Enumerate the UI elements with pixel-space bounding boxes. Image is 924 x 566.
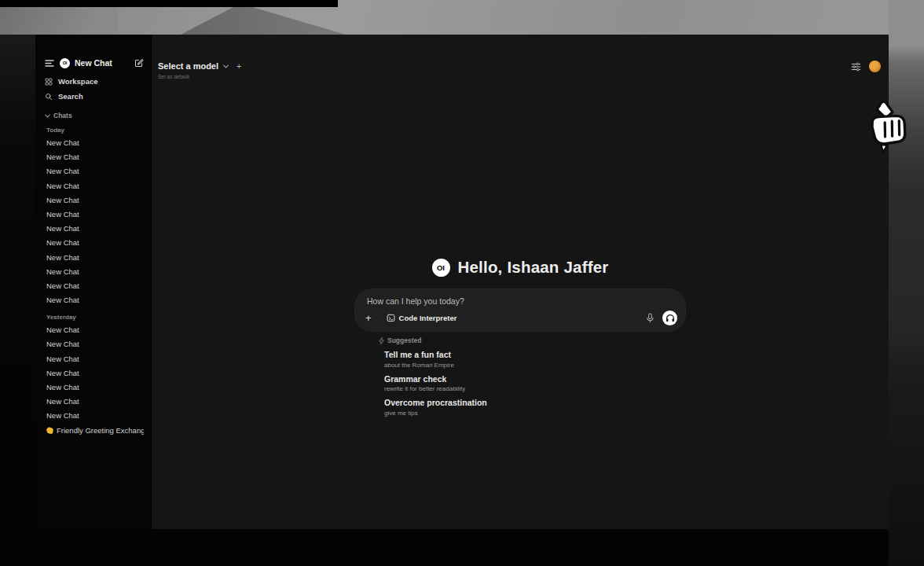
sidebar-toggle-icon[interactable]: [45, 59, 54, 67]
chat-label: New Chat: [46, 179, 79, 193]
sidebar: OI New Chat Workspace Search Chats Today…: [35, 35, 152, 529]
suggestion-item[interactable]: Overcome procrastinationgive me tips: [384, 398, 685, 417]
chat-label: New Chat: [46, 222, 79, 236]
chat-item[interactable]: New Chat: [45, 179, 144, 193]
suggestion-title: Grammar check: [384, 374, 685, 384]
sidebar-item-workspace[interactable]: Workspace: [45, 74, 144, 89]
suggestion-title: Tell me a fun fact: [384, 350, 685, 359]
code-interpreter-label: Code Interpreter: [399, 314, 457, 322]
chats-section-label: Chats: [53, 112, 72, 119]
chats-section-header[interactable]: Chats: [45, 110, 144, 121]
wallpaper-black-bar: [0, 0, 338, 7]
sidebar-item-label: Search: [58, 92, 83, 101]
suggestion-subtitle: rewrite it for better readability: [384, 385, 685, 392]
model-selector[interactable]: Select a model: [158, 61, 218, 71]
chat-label: Today: [46, 127, 64, 134]
code-interpreter-icon: [387, 314, 395, 322]
chevron-down-icon[interactable]: [223, 64, 229, 68]
suggested-header: Suggested: [355, 336, 685, 345]
chat-item[interactable]: New Chat: [45, 409, 144, 423]
set-as-default-button[interactable]: Set as default: [158, 74, 241, 79]
suggestion-subtitle: give me tips: [384, 410, 685, 417]
chat-item[interactable]: New Chat: [45, 222, 144, 236]
chat-label: New Chat: [46, 279, 79, 293]
voice-call-button[interactable]: [662, 311, 677, 325]
chat-item[interactable]: New Chat: [45, 150, 144, 164]
chat-item[interactable]: New Chat: [45, 236, 144, 250]
chat-label: New Chat: [46, 395, 79, 409]
suggestion-subtitle: about the Roman Empire: [384, 362, 685, 369]
chat-item[interactable]: New Chat: [45, 380, 144, 395]
suggestion-title: Overcome procrastination: [384, 398, 685, 407]
chat-label: New Chat: [46, 323, 79, 337]
chat-item[interactable]: New Chat: [45, 352, 144, 366]
chat-item[interactable]: New Chat: [45, 164, 144, 178]
suggested-label: Suggested: [387, 336, 421, 344]
chat-label: New Chat: [46, 337, 79, 351]
user-avatar[interactable]: [869, 61, 881, 72]
chat-label: New Chat: [46, 409, 79, 423]
chat-label: New Chat: [46, 208, 79, 222]
chat-label: New Chat: [46, 352, 79, 366]
chat-label: New Chat: [46, 164, 79, 178]
greeting-text: Hello, Ishaan Jaffer: [458, 258, 609, 277]
sidebar-item-label: Workspace: [58, 77, 98, 86]
wallpaper-right-band: [889, 0, 924, 566]
chat-item[interactable]: New Chat: [45, 193, 144, 208]
attach-plus-button[interactable]: +: [365, 313, 372, 323]
chat-item[interactable]: New Chat: [45, 395, 144, 409]
bolt-icon: [379, 337, 384, 344]
top-right-controls: [851, 61, 881, 72]
code-interpreter-toggle[interactable]: Code Interpreter: [387, 314, 457, 322]
chat-item[interactable]: Friendly Greeting Exchange: [45, 424, 144, 438]
suggestion-item[interactable]: Grammar checkrewrite it for better reada…: [384, 374, 685, 393]
sidebar-header: OI New Chat: [45, 57, 144, 69]
chat-list: TodayNew ChatNew ChatNew ChatNew ChatNew…: [45, 124, 144, 438]
chat-group-label: Today: [45, 124, 144, 136]
chat-item[interactable]: New Chat: [45, 251, 144, 265]
chat-label: New Chat: [46, 366, 79, 380]
chat-label: New Chat: [46, 251, 79, 265]
sidebar-title: New Chat: [75, 58, 134, 68]
chat-label: Friendly Greeting Exchange: [57, 424, 144, 438]
message-composer[interactable]: + Code Interpreter: [355, 289, 685, 331]
chat-item[interactable]: New Chat: [45, 293, 144, 307]
chat-label: New Chat: [46, 193, 79, 208]
chat-label: New Chat: [46, 265, 79, 279]
chat-label: New Chat: [46, 236, 79, 250]
chat-item[interactable]: New Chat: [45, 366, 144, 380]
chevron-down-icon: [45, 114, 50, 118]
chat-item[interactable]: New Chat: [45, 208, 144, 222]
greeting-row: OI Hello, Ishaan Jaffer: [432, 258, 609, 277]
search-icon: [45, 93, 53, 101]
message-input[interactable]: [367, 296, 603, 306]
sidebar-item-search[interactable]: Search: [45, 89, 144, 104]
app-window: OI New Chat Workspace Search Chats Today…: [35, 35, 889, 529]
chat-label: New Chat: [46, 150, 79, 164]
chat-item[interactable]: New Chat: [45, 279, 144, 293]
composer-toolbar: + Code Interpreter: [365, 311, 677, 325]
wallpaper-top-band: [0, 0, 924, 35]
headphones-icon: [666, 314, 675, 322]
chat-item[interactable]: New Chat: [45, 265, 144, 279]
controls-sliders-icon[interactable]: [851, 62, 861, 72]
main-area: Select a model + Set as default OI Hello…: [152, 35, 889, 529]
app-logo: OI: [432, 259, 450, 277]
add-model-button[interactable]: +: [236, 61, 241, 71]
chat-item[interactable]: New Chat: [45, 136, 144, 150]
hero-section: OI Hello, Ishaan Jaffer + Code Interpret…: [152, 258, 889, 417]
chat-item[interactable]: New Chat: [45, 337, 144, 351]
new-chat-icon[interactable]: [134, 58, 144, 68]
wallpaper-bottom-band: [35, 529, 889, 566]
microphone-icon[interactable]: [646, 313, 654, 323]
suggestion-list: Tell me a fun factabout the Roman Empire…: [355, 350, 685, 417]
chat-label: New Chat: [46, 136, 79, 150]
workspace-icon: [45, 78, 53, 86]
wallpaper-left-band: [0, 35, 35, 566]
suggestion-item[interactable]: Tell me a fun factabout the Roman Empire: [384, 350, 685, 369]
chat-label: Yesterday: [46, 314, 76, 321]
chat-item[interactable]: New Chat: [45, 323, 144, 337]
chat-label: New Chat: [46, 380, 79, 395]
chat-group-label: Yesterday: [45, 311, 144, 323]
app-logo: OI: [60, 58, 70, 68]
